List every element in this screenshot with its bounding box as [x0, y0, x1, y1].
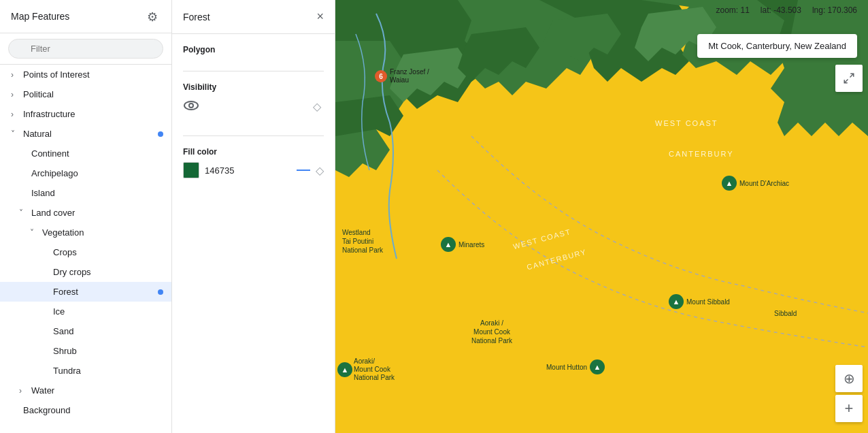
item-label: Infrastructure: [23, 109, 161, 119]
map-topbar: zoom: 11 lat: -43.503 lng: 170.306: [705, 0, 868, 20]
location-badge: Mt Cook, Canterbury, New Zealand: [697, 34, 857, 58]
item-label: Political: [23, 89, 161, 99]
polygon-label: Polygon: [183, 45, 324, 54]
sidebar-item-land-cover[interactable]: ˅Land cover: [0, 203, 171, 223]
sidebar-item-ice[interactable]: Ice: [0, 302, 171, 321]
mount-hutton-label: Mount Hutton: [546, 364, 587, 371]
filter-bar: ≡: [0, 33, 171, 65]
item-label: Points of Interest: [23, 69, 161, 80]
franz-josef-label: Franz Josef / Waiau: [390, 68, 444, 84]
lng-label: lng: 170.306: [812, 5, 857, 15]
visibility-row: ◇: [183, 97, 324, 114]
sidebar-item-natural[interactable]: ˅Natural: [0, 124, 171, 144]
item-label: Forest: [53, 287, 161, 297]
fullscreen-button[interactable]: [835, 65, 863, 92]
sidebar-item-dry-crops[interactable]: Dry crops: [0, 262, 171, 282]
visibility-section: Visibility ◇: [172, 71, 335, 135]
fill-diamond-icon[interactable]: ◇: [316, 164, 324, 177]
filter-input[interactable]: [8, 39, 163, 59]
darchiac-icon: ▲: [722, 176, 737, 191]
sidebar: Map Features ⚙ ≡ ›Points of Interest›Pol…: [0, 0, 172, 433]
item-label: Archipelago: [31, 168, 161, 178]
feature-panel: Forest × Polygon Visibility ◇ Fill color…: [172, 0, 335, 433]
panel-title: Forest: [183, 12, 210, 22]
fill-color-label: Fill color: [183, 147, 324, 157]
chevron-icon: ˅: [30, 228, 38, 238]
visibility-diamond-icon[interactable]: ◇: [313, 100, 324, 111]
sidebar-item-crops[interactable]: Crops: [0, 242, 171, 262]
aoraki-icon: ▲: [337, 362, 352, 377]
zoom-label: zoom: 11: [716, 5, 749, 15]
item-label: Island: [31, 188, 161, 198]
gear-icon[interactable]: ⚙: [147, 10, 161, 23]
item-label: Land cover: [31, 208, 161, 218]
fill-color-row: 146735 ◇: [183, 162, 324, 178]
item-label: Ice: [53, 306, 161, 317]
sidebar-item-vegetation[interactable]: ˅Vegetation: [0, 223, 171, 242]
sibbald-icon: ▲: [669, 294, 684, 309]
color-swatch[interactable]: [183, 162, 199, 178]
poi-minarets: ▲ Minarets: [441, 237, 484, 252]
map-area: zoom: 11 lat: -43.503 lng: 170.306 Mt Co…: [335, 0, 868, 433]
hutton-icon: ▲: [590, 359, 605, 374]
zoom-in-button[interactable]: +: [835, 395, 863, 422]
chevron-icon: ›: [11, 90, 19, 99]
close-button[interactable]: ×: [316, 10, 324, 24]
item-label: Background: [23, 405, 161, 415]
sibbald-label: Mount Sibbald: [686, 298, 730, 306]
map-controls: ⊕ +: [835, 365, 863, 422]
chevron-icon: ›: [19, 386, 27, 396]
poi-mount-sibbald: ▲ Mount Sibbald: [669, 294, 730, 309]
chevron-icon: ›: [11, 110, 19, 119]
sidebar-title: Map Features: [11, 11, 69, 22]
item-label: Dry crops: [53, 267, 161, 277]
lat-label: lat: -43.503: [761, 5, 801, 15]
sidebar-item-shrub[interactable]: Shrub: [0, 341, 171, 361]
sidebar-item-background[interactable]: Background: [0, 400, 171, 420]
svg-point-0: [184, 101, 198, 110]
sidebar-item-points-of-interest[interactable]: ›Points of Interest: [0, 65, 171, 84]
location-button[interactable]: ⊕: [835, 365, 863, 392]
sidebar-item-tundra[interactable]: Tundra: [0, 361, 171, 381]
poi-aoraki-lower: ▲ Aoraki/Mount CookNational Park: [337, 357, 395, 382]
poi-mount-darchiac: ▲ Mount D'Archiac: [722, 176, 789, 191]
sidebar-item-archipelago[interactable]: Archipelago: [0, 163, 171, 183]
fill-color-section: Fill color 146735 ◇: [172, 136, 335, 189]
item-label: Shrub: [53, 346, 161, 356]
sidebar-item-water[interactable]: ›Water: [0, 381, 171, 400]
aoraki-label-1: Aoraki /Mount CookNational Park: [471, 319, 512, 345]
chevron-icon: ˅: [19, 208, 27, 218]
polygon-section: Polygon: [172, 34, 335, 71]
item-label: Sand: [53, 326, 161, 336]
svg-line-3: [850, 74, 854, 77]
item-label: Water: [31, 385, 161, 396]
chevron-icon: ˅: [11, 129, 19, 139]
sibbald-plain-label: Sibbald: [774, 310, 797, 317]
minarets-label: Minarets: [458, 241, 484, 248]
minarets-icon: ▲: [441, 237, 456, 252]
svg-line-4: [844, 80, 848, 83]
sidebar-item-political[interactable]: ›Political: [0, 84, 171, 104]
sidebar-item-continent[interactable]: Continent: [0, 144, 171, 163]
westland-label: WestlandTai PoutiniNational Park: [342, 228, 383, 255]
visibility-label: Visibility: [183, 82, 324, 92]
road-marker-6: 6: [375, 70, 387, 82]
poi-franz-josef: 6 Franz Josef / Waiau: [375, 68, 444, 84]
aoraki-lower-label: Aoraki/Mount CookNational Park: [354, 357, 395, 382]
sidebar-item-infrastructure[interactable]: ›Infrastructure: [0, 104, 171, 124]
sidebar-item-sand[interactable]: Sand: [0, 321, 171, 341]
item-label: Crops: [53, 247, 161, 257]
item-label: Tundra: [53, 366, 161, 376]
darchiac-label: Mount D'Archiac: [739, 180, 789, 187]
visibility-eye-icon[interactable]: [183, 97, 199, 114]
sidebar-header: Map Features ⚙: [0, 0, 171, 33]
tree-list: ›Points of Interest›Political›Infrastruc…: [0, 65, 171, 433]
color-hex-value: 146735: [205, 165, 234, 176]
item-label: Continent: [31, 148, 161, 159]
active-dot: [158, 131, 163, 137]
sidebar-item-island[interactable]: Island: [0, 183, 171, 203]
svg-point-1: [189, 103, 193, 108]
minus-line[interactable]: [297, 170, 310, 171]
sidebar-item-forest[interactable]: Forest: [0, 282, 171, 302]
active-dot: [158, 289, 163, 295]
